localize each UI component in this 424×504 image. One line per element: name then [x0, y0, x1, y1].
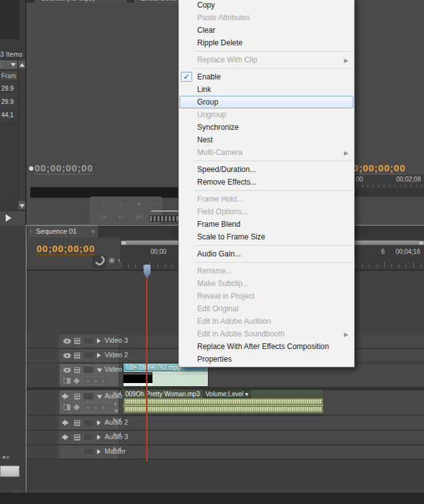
expand-track-icon[interactable]	[97, 353, 101, 358]
set-display-style-icon[interactable]	[63, 377, 71, 384]
menu-item-enable[interactable]: Enable✓	[179, 71, 354, 83]
sync-lock-icon[interactable]	[74, 367, 81, 374]
keyframe-nav-glyph[interactable]: ▶	[102, 405, 105, 410]
sync-lock-icon[interactable]	[74, 420, 81, 427]
marker-button[interactable]: ◆	[137, 200, 141, 207]
panel-menu-icon[interactable]: ▾≡	[3, 454, 10, 461]
timeline-timecode[interactable]: 00;00;00;00	[37, 243, 95, 255]
track-lock-slot[interactable]	[83, 419, 94, 427]
program-timecode[interactable]: 00;00;00;00	[347, 163, 406, 175]
sync-lock-icon[interactable]	[74, 393, 81, 400]
project-column-header[interactable]: Fram	[0, 71, 18, 81]
tab-source[interactable]: Source: (no clips)	[35, 0, 127, 3]
list-selected-item[interactable]	[0, 466, 20, 477]
menu-item-frame-hold[interactable]: Frame Hold...	[179, 193, 354, 205]
opacity-rubber-band[interactable]	[123, 374, 208, 374]
source-timecode[interactable]: 00;00;00;00	[35, 163, 93, 175]
sync-lock-icon[interactable]	[74, 352, 81, 359]
set-in-button[interactable]: {	[103, 200, 105, 208]
expand-track-icon[interactable]	[97, 435, 101, 440]
menu-item-multi-camera[interactable]: Multi-Camera▶	[179, 146, 354, 159]
set-marker-button[interactable]	[109, 258, 115, 263]
play-in-out-button[interactable]: {▸}	[135, 212, 144, 220]
goto-in-button[interactable]: {◂	[100, 212, 106, 220]
menu-item-frame-blend[interactable]: Frame Blend	[179, 218, 354, 231]
shuttle-slider[interactable]	[151, 210, 180, 212]
scroll-up-button[interactable]	[18, 60, 25, 69]
toggle-track-output-speaker-icon[interactable]	[62, 420, 71, 426]
track-lock-slot[interactable]	[83, 366, 94, 374]
menu-item-scale-to-frame-size[interactable]: Scale to Frame Size	[179, 231, 354, 243]
project-row[interactable]: 29.9	[0, 95, 18, 108]
track-header-audio-1[interactable]: Audio 1LR◀◆▶	[59, 390, 120, 415]
clip-body[interactable]	[123, 398, 323, 413]
toggle-track-output-speaker-icon[interactable]	[62, 434, 71, 440]
toggle-track-output-speaker-icon[interactable]	[62, 393, 71, 399]
menu-item-audio-gain[interactable]: Audio Gain...	[179, 248, 354, 260]
track-lock-slot[interactable]	[83, 448, 94, 455]
close-icon[interactable]: ×	[91, 227, 95, 235]
expand-track-icon[interactable]	[97, 338, 101, 343]
menu-item-make-subclip[interactable]: Make Subclip...	[179, 277, 354, 290]
track-lock-slot[interactable]	[83, 352, 94, 359]
track-header-audio-2[interactable]: Audio 2	[59, 416, 120, 430]
menu-item-ripple-delete[interactable]: Ripple Delete	[179, 37, 354, 49]
goto-out-button[interactable]: ▸}	[118, 212, 124, 220]
audio-clip[interactable]: 009Oh Pretty Woman.mp3Volume:Level ▾	[123, 390, 323, 413]
volume-rubber-band[interactable]	[123, 405, 323, 406]
project-scrollbar[interactable]	[18, 60, 25, 209]
keyframe-navigator[interactable]: ◀◆▶	[82, 403, 110, 411]
track-lock-slot[interactable]	[83, 433, 94, 441]
scroll-down-button[interactable]	[18, 201, 25, 209]
menu-item-nest[interactable]: Nest	[179, 134, 354, 146]
keyframe-diamond-icon[interactable]	[74, 404, 80, 411]
collapse-track-icon[interactable]	[97, 369, 102, 372]
track-lock-slot[interactable]	[83, 337, 94, 345]
menu-item-group[interactable]: Group	[180, 96, 353, 108]
expand-track-icon[interactable]	[97, 449, 101, 454]
work-area-end-handle[interactable]	[418, 241, 424, 245]
track-header-video-3[interactable]: Video 3	[59, 335, 120, 348]
keyframe-nav-glyph[interactable]: ▶	[102, 379, 105, 384]
track-header-master[interactable]: Master	[59, 445, 120, 459]
menu-item-reveal-in-project[interactable]: Reveal in Project	[179, 290, 354, 302]
track-header-audio-3[interactable]: Audio 3	[59, 431, 120, 444]
keyframe-nav-glyph[interactable]: ◆	[94, 405, 97, 410]
clip-body[interactable]	[123, 372, 208, 386]
menu-item-synchronize[interactable]: Synchronize	[179, 121, 354, 134]
keyframe-diamond-icon[interactable]	[74, 378, 80, 384]
project-row[interactable]: 44,1	[0, 108, 18, 122]
toggle-track-output-eye-icon[interactable]	[63, 338, 71, 344]
work-area-start-handle[interactable]	[121, 241, 127, 245]
playhead-handle[interactable]	[144, 265, 151, 278]
menu-item-replace-with-after-effects-composition[interactable]: Replace With After Effects Composition	[179, 340, 354, 353]
keyframe-nav-glyph[interactable]: ◆	[94, 379, 97, 384]
menu-item-link[interactable]: Link	[179, 83, 354, 96]
menu-item-speed-duration[interactable]: Speed/Duration...	[179, 163, 354, 176]
sync-lock-icon[interactable]	[74, 434, 81, 441]
keyframe-nav-glyph[interactable]: ◀	[86, 405, 89, 410]
menu-item-edit-in-adobe-soundbooth[interactable]: Edit in Adobe Soundbooth▶	[179, 328, 354, 340]
menu-item-paste-attributes[interactable]: Paste Attributes	[179, 11, 354, 24]
toggle-track-output-eye-icon[interactable]	[63, 367, 71, 373]
collapse-track-icon[interactable]	[97, 395, 102, 399]
set-display-style-icon[interactable]	[63, 404, 71, 411]
toggle-track-output-eye-icon[interactable]	[63, 353, 71, 358]
tab-sequence-01[interactable]: ≡ Sequence 01 ×	[28, 226, 98, 238]
menu-item-edit-original[interactable]: Edit Original	[179, 302, 354, 315]
project-filter-box[interactable]	[0, 60, 17, 69]
menu-item-clear[interactable]: Clear	[179, 24, 354, 37]
menu-item-replace-with-clip[interactable]: Replace With Clip▶	[179, 54, 354, 66]
menu-item-properties[interactable]: Properties	[179, 353, 354, 365]
snap-button[interactable]	[93, 256, 106, 268]
menu-item-copy[interactable]: Copy	[179, 0, 354, 11]
keyframe-nav-glyph[interactable]: ◀	[86, 379, 89, 384]
jog-wheel[interactable]	[150, 216, 180, 221]
play-icon[interactable]	[6, 214, 11, 222]
expand-track-icon[interactable]	[97, 420, 101, 425]
volume-level-dropdown[interactable]: Volume:Level ▾	[203, 390, 251, 398]
menu-item-rename[interactable]: Rename...	[179, 265, 354, 277]
track-lock-slot[interactable]	[83, 392, 94, 400]
menu-item-remove-effects[interactable]: Remove Effects...	[179, 176, 354, 188]
sync-lock-icon[interactable]	[74, 338, 81, 345]
